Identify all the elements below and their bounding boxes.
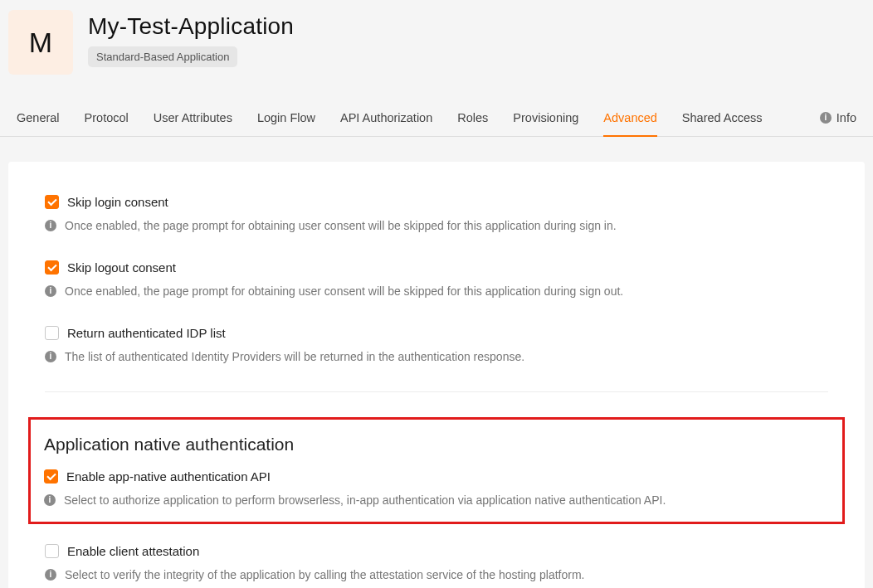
info-icon: i (44, 494, 56, 506)
tab-user-attributes[interactable]: User Attributes (154, 100, 232, 136)
tab-info[interactable]: i Info (820, 100, 856, 136)
app-type-badge: Standard-Based Application (88, 46, 237, 67)
tab-general[interactable]: General (17, 100, 60, 136)
hint-skip-login-consent: Once enabled, the page prompt for obtain… (65, 219, 617, 232)
info-icon: i (45, 220, 56, 231)
tab-bar: General Protocol User Attributes Login F… (0, 100, 873, 137)
checkbox-enable-app-native[interactable] (44, 469, 58, 484)
label-enable-client-attestation: Enable client attestation (67, 544, 199, 558)
tab-provisioning[interactable]: Provisioning (513, 100, 578, 136)
section-divider (45, 391, 828, 392)
tab-login-flow[interactable]: Login Flow (257, 100, 315, 136)
field-skip-logout-consent: Skip logout consent i Once enabled, the … (45, 260, 828, 298)
field-enable-app-native: Enable app-native authentication API i S… (44, 469, 829, 507)
field-skip-login-consent: Skip login consent i Once enabled, the p… (45, 195, 828, 232)
tab-shared-access[interactable]: Shared Access (682, 100, 763, 136)
section-title-native-auth: Application native authentication (44, 435, 829, 454)
checkbox-enable-client-attestation[interactable] (45, 544, 59, 558)
hint-skip-logout-consent: Once enabled, the page prompt for obtain… (65, 284, 623, 298)
field-enable-client-attestation: Enable client attestation i Select to ve… (45, 544, 828, 581)
app-avatar: M (8, 10, 73, 75)
tab-info-label: Info (836, 111, 856, 124)
info-icon: i (820, 112, 832, 124)
tab-advanced[interactable]: Advanced (603, 100, 657, 136)
hint-enable-client-attestation: Select to verify the integrity of the ap… (65, 568, 584, 581)
label-skip-logout-consent: Skip logout consent (67, 260, 176, 275)
highlight-app-native-auth: Application native authentication Enable… (28, 417, 845, 524)
info-icon: i (45, 351, 56, 362)
advanced-panel: Skip login consent i Once enabled, the p… (8, 162, 865, 588)
checkbox-skip-logout-consent[interactable] (45, 260, 59, 275)
info-icon: i (45, 569, 56, 581)
hint-enable-app-native: Select to authorize application to perfo… (64, 493, 666, 507)
tab-roles[interactable]: Roles (457, 100, 488, 136)
hint-return-idp-list: The list of authenticated Identity Provi… (65, 350, 524, 363)
field-return-idp-list: Return authenticated IDP list i The list… (45, 326, 828, 363)
label-skip-login-consent: Skip login consent (67, 195, 168, 209)
app-header: M My-Test-Application Standard-Based App… (0, 0, 873, 83)
info-icon: i (45, 285, 56, 297)
tab-api-authorization[interactable]: API Authorization (340, 100, 432, 136)
label-enable-app-native: Enable app-native authentication API (66, 469, 271, 484)
label-return-idp-list: Return authenticated IDP list (67, 326, 226, 340)
app-title: My-Test-Application (88, 13, 294, 40)
checkbox-skip-login-consent[interactable] (45, 195, 59, 209)
tab-protocol[interactable]: Protocol (85, 100, 129, 136)
app-title-wrap: My-Test-Application Standard-Based Appli… (88, 10, 294, 67)
checkbox-return-idp-list[interactable] (45, 326, 59, 340)
